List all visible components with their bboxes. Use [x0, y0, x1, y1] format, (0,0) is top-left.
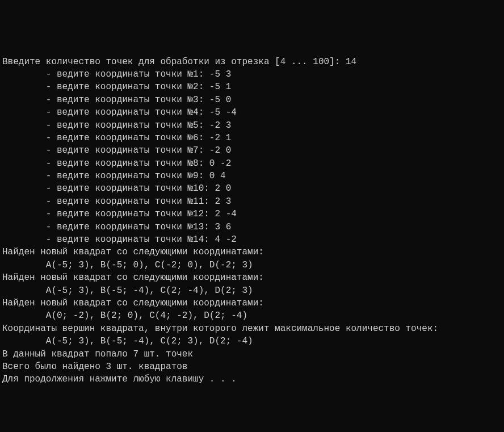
- result-coords: A(-5; 3), B(-5; -4), C(2; 3), D(2; -4): [2, 335, 502, 347]
- point-prefix: - ведите координаты точки №11:: [2, 196, 215, 207]
- point-prefix: - ведите координаты точки №7:: [2, 145, 209, 156]
- square-header: Найден новый квадрат со следующими коорд…: [2, 297, 502, 309]
- square-coords: A(-5; 3), B(-5; -4), C(2; -4), D(2; 3): [2, 284, 502, 297]
- point-coords: -5 1: [209, 82, 231, 92]
- prompt-value: 14: [346, 57, 356, 67]
- square-header: Найден новый квадрат со следующими коорд…: [2, 246, 502, 258]
- point-coords: -5 -4: [209, 107, 237, 118]
- point-line: - ведите координаты точки №8: 0 -2: [2, 157, 502, 170]
- point-coords: 3 6: [215, 222, 231, 232]
- point-line: - ведите координаты точки №2: -5 1: [2, 81, 502, 93]
- square-coords: A(0; -2), B(2; 0), C(4; -2), D(2; -4): [2, 309, 502, 322]
- point-prefix: - ведите координаты точки №4:: [2, 107, 209, 118]
- point-line: - ведите координаты точки №6: -2 1: [2, 132, 502, 144]
- point-line: - ведите координаты точки №12: 2 -4: [2, 208, 502, 220]
- point-coords: -5 0: [209, 95, 231, 105]
- point-prefix: - ведите координаты точки №2:: [2, 82, 209, 92]
- point-line: - ведите координаты точки №14: 4 -2: [2, 233, 502, 246]
- point-prefix: - ведите координаты точки №6:: [2, 133, 209, 143]
- point-coords: 2 -4: [215, 209, 236, 219]
- point-prefix: - ведите координаты точки №9:: [2, 171, 209, 181]
- point-coords: 4 -2: [215, 234, 236, 245]
- point-line: - ведите координаты точки №1: -5 3: [2, 68, 502, 81]
- point-coords: 0 4: [209, 171, 226, 181]
- point-coords: 2 0: [215, 183, 231, 194]
- total-line: Всего было найдено 3 шт. квадратов: [2, 360, 502, 373]
- square-header: Найден новый квадрат со следующими коорд…: [2, 271, 502, 284]
- square-coords: A(-5; 3), B(-5; 0), C(-2; 0), D(-2; 3): [2, 259, 502, 271]
- point-line: - ведите координаты точки №4: -5 -4: [2, 106, 502, 119]
- continue-prompt[interactable]: Для продолжения нажмите любую клавишу . …: [2, 373, 502, 385]
- point-line: - ведите координаты точки №13: 3 6: [2, 221, 502, 233]
- point-line: - ведите координаты точки №5: -2 3: [2, 119, 502, 132]
- point-line: - ведите координаты точки №9: 0 4: [2, 170, 502, 182]
- point-prefix: - ведите координаты точки №12:: [2, 209, 215, 219]
- point-prefix: - ведите координаты точки №14:: [2, 234, 215, 245]
- point-coords: 2 3: [215, 196, 231, 207]
- result-count: В данный квадрат попало 7 шт. точек: [2, 348, 502, 360]
- point-prefix: - ведите координаты точки №10:: [2, 183, 215, 194]
- point-prefix: - ведите координаты точки №1:: [2, 69, 209, 79]
- point-coords: -5 3: [209, 69, 231, 79]
- point-line: - ведите координаты точки №7: -2 0: [2, 144, 502, 157]
- point-prefix: - ведите координаты точки №13:: [2, 222, 215, 232]
- point-coords: 0 -2: [209, 158, 231, 169]
- point-line: - ведите координаты точки №3: -5 0: [2, 94, 502, 106]
- point-coords: -2 1: [209, 133, 231, 143]
- point-coords: -2 0: [209, 145, 231, 156]
- prompt-line: Введите количество точек для обработки и…: [2, 56, 502, 68]
- point-line: - ведите координаты точки №11: 2 3: [2, 195, 502, 208]
- point-coords: -2 3: [209, 120, 231, 131]
- point-prefix: - ведите координаты точки №8:: [2, 158, 209, 169]
- result-header: Координаты вершин квадрата, внутри котор…: [2, 322, 502, 335]
- point-prefix: - ведите координаты точки №3:: [2, 95, 209, 105]
- point-line: - ведите координаты точки №10: 2 0: [2, 182, 502, 195]
- prompt-label: Введите количество точек для обработки и…: [2, 57, 346, 67]
- point-prefix: - ведите координаты точки №5:: [2, 120, 209, 131]
